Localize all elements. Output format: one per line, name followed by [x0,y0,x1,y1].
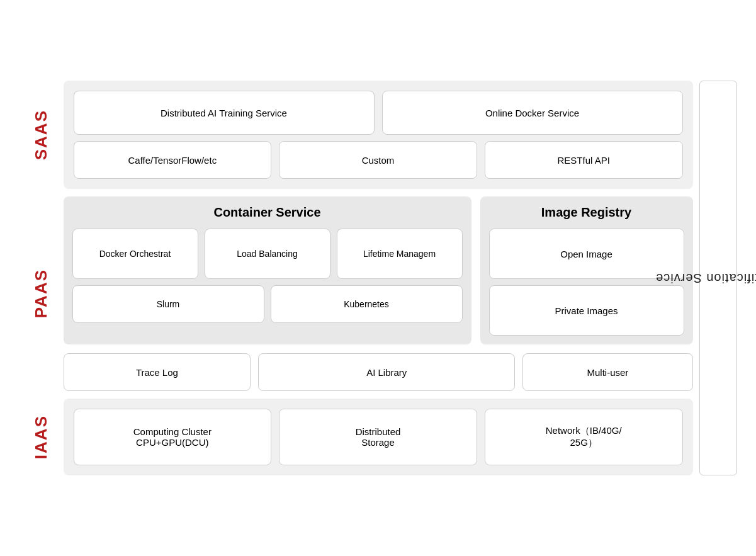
saas-content: Distributed AI Training Service Online D… [64,81,693,189]
saas-row1: Distributed AI Training Service Online D… [74,91,683,135]
saas-row2: Caffe/TensorFlow/etc Custom RESTful API [74,141,683,179]
bottom-external-row: Trace Log AI Library Multi-user [64,353,693,391]
iaas-label: IAAS [20,399,64,475]
kubernetes-box: Kubernetes [271,285,463,323]
online-docker-box: Online Docker Service [382,91,683,135]
paas-content: Container Service Docker Orchestrat Load… [64,196,693,344]
diagram: SAAS Distributed AI Training Service Onl… [20,81,737,475]
computing-cluster-box: Computing Cluster CPU+GPU(DCU) [74,409,272,465]
saas-layer: SAAS Distributed AI Training Service Onl… [20,81,693,189]
slurm-box: Slurm [72,285,264,323]
iaas-content: Computing Cluster CPU+GPU(DCU) Distribut… [64,399,693,475]
saas-label: SAAS [20,81,64,189]
restful-box: RESTful API [485,141,683,179]
caffe-box: Caffe/TensorFlow/etc [74,141,272,179]
container-row1: Docker Orchestrat Load Balancing Lifetim… [72,229,463,279]
network-box: Network（IB/40G/ 25G） [485,409,683,465]
trace-log-box: Trace Log [64,353,251,391]
paas-label: PAAS [20,196,64,391]
certification-service: Certification Service [699,81,737,475]
custom-box: Custom [279,141,477,179]
private-images-box: Private Images [489,285,684,336]
image-registry-title: Image Registry [489,205,684,220]
container-service: Container Service Docker Orchestrat Load… [64,196,471,344]
ai-library-box: AI Library [258,353,515,391]
distributed-ai-box: Distributed AI Training Service [74,91,375,135]
main-area: SAAS Distributed AI Training Service Onl… [20,81,693,475]
paas-layer: PAAS Container Service Docker Orchestrat… [20,196,693,391]
lifetime-managem-box: Lifetime Managem [337,229,463,279]
distributed-storage-box: Distributed Storage [279,409,477,465]
multi-user-box: Multi-user [522,353,692,391]
container-row2: Slurm Kubernetes [72,285,463,323]
iaas-layer: IAAS Computing Cluster CPU+GPU(DCU) Dist… [20,399,693,475]
container-service-title: Container Service [72,205,463,220]
load-balancing-box: Load Balancing [205,229,330,279]
open-image-box: Open Image [489,229,684,279]
iaas-row: Computing Cluster CPU+GPU(DCU) Distribut… [74,409,683,465]
docker-orchestrat-box: Docker Orchestrat [72,229,198,279]
